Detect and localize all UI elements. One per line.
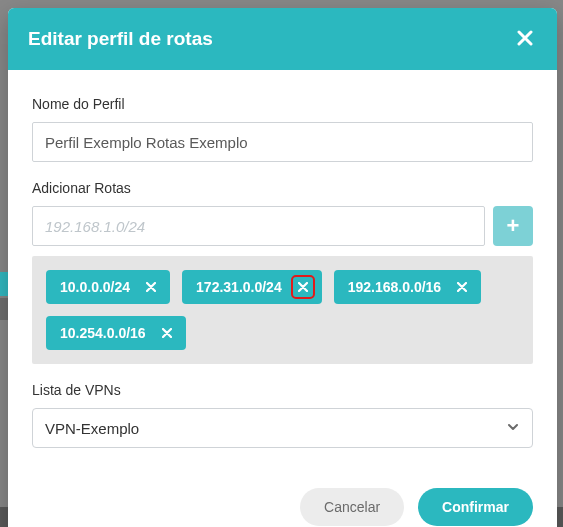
routes-chip-area: 10.0.0.0/24172.31.0.0/24192.168.0.0/1610… [32,256,533,364]
add-routes-label: Adicionar Rotas [32,180,533,196]
add-route-input[interactable] [32,206,485,246]
profile-name-label: Nome do Perfil [32,96,533,112]
route-chip-label: 10.0.0.0/24 [60,279,130,295]
profile-name-input[interactable] [32,122,533,162]
cancel-button-label: Cancelar [324,499,380,515]
route-chip-label: 10.254.0.0/16 [60,325,146,341]
edit-routes-dialog: Editar perfil de rotas Nome do Perfil Ad… [8,8,557,527]
chevron-down-icon [506,420,520,437]
remove-route-icon[interactable] [453,278,471,296]
route-chip-label: 172.31.0.0/24 [196,279,282,295]
dialog-footer: Cancelar Confirmar [8,466,557,527]
remove-route-icon[interactable] [294,278,312,296]
modal-backdrop: Editar perfil de rotas Nome do Perfil Ad… [0,0,563,527]
plus-icon: + [507,213,520,239]
add-route-button[interactable]: + [493,206,533,246]
remove-route-icon[interactable] [142,278,160,296]
confirm-button-label: Confirmar [442,499,509,515]
dialog-header: Editar perfil de rotas [8,8,557,70]
route-chip-label: 192.168.0.0/16 [348,279,441,295]
vpn-selected-value: VPN-Exemplo [45,420,139,437]
vpn-list-label: Lista de VPNs [32,382,533,398]
add-route-row: + [32,206,533,246]
close-icon[interactable] [513,24,537,54]
cancel-button[interactable]: Cancelar [300,488,404,526]
remove-route-icon[interactable] [158,324,176,342]
confirm-button[interactable]: Confirmar [418,488,533,526]
route-chip: 10.254.0.0/16 [46,316,186,350]
dialog-title: Editar perfil de rotas [28,28,213,50]
vpn-select[interactable]: VPN-Exemplo [32,408,533,448]
dialog-body: Nome do Perfil Adicionar Rotas + 10.0.0.… [8,70,557,466]
route-chip: 172.31.0.0/24 [182,270,322,304]
route-chip: 192.168.0.0/16 [334,270,481,304]
route-chip: 10.0.0.0/24 [46,270,170,304]
